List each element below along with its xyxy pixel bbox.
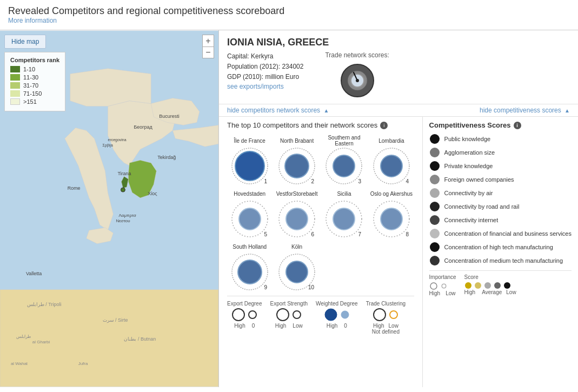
competitor-circle-3: 3	[324, 147, 363, 185]
competitor-circle-6: 6	[277, 200, 316, 238]
svg-point-48	[293, 311, 301, 318]
rank-text-3: 3	[358, 178, 362, 184]
concentration-financial-circle	[429, 228, 440, 239]
svg-point-49	[325, 309, 337, 321]
zoom-out-button[interactable]: −	[202, 46, 214, 58]
competitor-item-3[interactable]: Southern and Eastern 3	[322, 135, 367, 185]
competitor-circle-9: 9	[230, 253, 269, 291]
competitor-item-6[interactable]: VestforStorebaelt 6	[274, 188, 319, 238]
scores-info-icon[interactable]: i	[514, 122, 521, 129]
legend-item: 71-150	[10, 90, 59, 97]
score-item-private-knowledge: Private knowledge	[429, 161, 572, 171]
agglomeration-label: Agglomeration size	[444, 149, 495, 156]
score-mid-high-circle	[474, 282, 482, 289]
zoom-in-button[interactable]: +	[202, 35, 214, 46]
competitor-circle-5: 5	[230, 200, 269, 238]
competitor-item-5[interactable]: Hovedstaden 5	[227, 188, 272, 238]
trade-clustering-low-label: Low	[389, 323, 398, 329]
score-labels: High Average Low	[464, 289, 516, 295]
private-knowledge-label: Private knowledge	[444, 163, 493, 169]
svg-text:Београд: Београд	[134, 124, 152, 130]
trade-clustering-high-circle	[373, 308, 387, 322]
score-high-circle	[464, 282, 472, 289]
competitor-name-7: Sicilia	[322, 188, 367, 200]
hide-map-button[interactable]: Hide map	[4, 35, 46, 49]
competitor-name-9: South Holland	[227, 241, 272, 253]
legend-label-11-30: 11-30	[23, 74, 38, 81]
legend-item: 31-70	[10, 82, 59, 89]
score-item-foreign-owned: Foreign owned companies	[429, 174, 572, 185]
map-controls: Hide map	[4, 35, 46, 49]
svg-point-36	[286, 208, 308, 230]
page-title: Revealed Competitors and regional compet…	[8, 5, 570, 17]
score-legend: Score High Average Low	[464, 274, 516, 296]
map-section: Hide map + − Competitors rank 1-10 11-30…	[0, 30, 219, 387]
region-info: Capital: Kerkyra Population (2012): 2340…	[227, 51, 570, 101]
export-degree-label: Export Degree	[227, 301, 262, 307]
rank-text-9: 9	[264, 284, 267, 290]
competitors-grid: Île de France 1 North Brabant	[227, 135, 414, 291]
legend-label-31-70: 31-70	[23, 82, 38, 89]
private-knowledge-circle	[429, 161, 440, 171]
connectivity-air-label: Connectivity by air	[444, 190, 493, 196]
export-strength-high-circle	[276, 308, 290, 322]
competitor-circle-7: 7	[324, 200, 363, 238]
chevron-up-icon-right: ▲	[564, 108, 570, 114]
legend-trade-clustering: Trade Clustering High Low Not defined	[366, 301, 406, 335]
see-exports-link[interactable]: see exports/imports	[227, 83, 284, 90]
svg-text:Jufra: Jufra	[78, 361, 88, 366]
foreign-owned-circle	[429, 174, 440, 185]
competitor-item-10[interactable]: Köln 10	[274, 241, 319, 291]
weighted-degree-low-label: 0	[344, 323, 347, 329]
concentration-hightech-circle	[429, 242, 440, 253]
competitor-item-1[interactable]: Île de France 1	[227, 135, 272, 185]
trade-clustering-high-label: High	[373, 323, 384, 329]
agglomeration-circle	[429, 147, 440, 158]
weighted-degree-labels: High 0	[327, 323, 347, 329]
header: Revealed Competitors and regional compet…	[0, 0, 578, 30]
svg-point-59	[430, 215, 440, 225]
competitor-item-2[interactable]: North Brabant 2	[274, 135, 319, 185]
hide-competitors-link[interactable]: hide competitors network scores ▲	[227, 107, 329, 114]
score-title: Score	[464, 274, 516, 280]
legend-label-71-150: 71-150	[23, 90, 42, 97]
trade-clustering-labels: High Low Not defined	[372, 323, 400, 335]
connectivity-internet-circle	[429, 215, 440, 225]
competitor-name-2: North Brabant	[274, 135, 319, 147]
hide-competitiveness-link[interactable]: hide competitiveness scores ▲	[480, 107, 570, 114]
export-degree-circles	[231, 308, 257, 322]
svg-text:Tekirdağ: Tekirdağ	[157, 155, 176, 160]
legend-label-151plus: >151	[23, 98, 37, 105]
score-mid-low-circle	[494, 282, 501, 289]
rank-text-5: 5	[264, 231, 267, 237]
svg-point-42	[238, 260, 262, 284]
legend-label-1-10: 1-10	[23, 66, 35, 72]
svg-text:Νεστου: Νεστου	[116, 218, 130, 223]
capital-text: Capital: Kerkyra	[227, 51, 303, 62]
svg-point-53	[430, 134, 440, 144]
competitor-item-4[interactable]: Lombardia 4	[369, 135, 414, 185]
svg-point-63	[430, 283, 437, 289]
svg-point-60	[430, 229, 440, 238]
weighted-degree-label: Weighted Degree	[316, 301, 358, 307]
export-degree-labels: High 0	[234, 323, 255, 329]
score-item-connectivity-road: Connectivity by road and rail	[429, 201, 572, 212]
public-knowledge-label: Public knowledge	[444, 136, 491, 142]
competitor-item-8[interactable]: Oslo og Akershus 8	[369, 188, 414, 238]
competitor-circle-1: 1	[230, 147, 269, 185]
rank-text-6: 6	[311, 231, 315, 237]
weighted-degree-high-label: High	[327, 323, 338, 329]
svg-text:سرت / Sirte: سرت / Sirte	[103, 317, 128, 323]
export-degree-low-circle	[248, 310, 257, 320]
export-strength-high-label: High	[275, 323, 287, 329]
competitor-item-7[interactable]: Sicilia 7	[322, 188, 367, 238]
info-icon[interactable]: i	[380, 122, 388, 129]
competitor-item-9[interactable]: South Holland 9	[227, 241, 272, 291]
svg-point-26	[235, 151, 264, 181]
foreign-owned-label: Foreign owned companies	[444, 176, 514, 183]
trade-clustering-circles	[373, 308, 398, 322]
export-strength-low-label: Low	[293, 323, 302, 329]
trade-network-label: Trade network scores:	[325, 51, 389, 59]
legend-export-degree: Export Degree High 0	[227, 301, 262, 335]
more-info-link[interactable]: More information	[8, 17, 57, 24]
